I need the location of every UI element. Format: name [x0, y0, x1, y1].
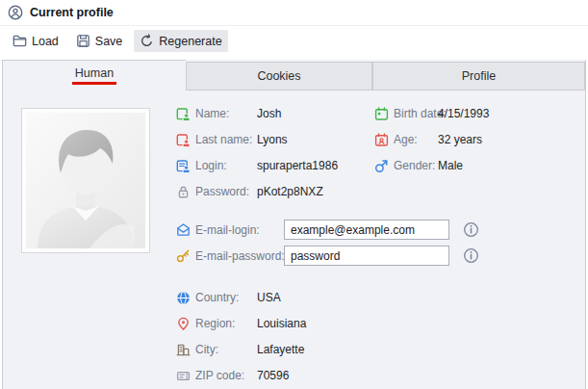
regenerate-button[interactable]: Regenerate: [134, 30, 227, 52]
field-row-birth-date: Birth date: 4/15/1993: [374, 105, 489, 122]
email-login-label: E-mail-login:: [195, 223, 284, 237]
birth-date-label: Birth date:: [394, 107, 438, 120]
gender-label: Gender:: [394, 159, 438, 172]
avatar: [21, 108, 150, 253]
email-password-label: E-mail-password:: [195, 249, 284, 263]
birth-date-value: 4/15/1993: [438, 107, 489, 120]
country-label: Country:: [195, 291, 257, 304]
avatar-silhouette-image: [26, 113, 145, 248]
field-row-region: Region: Louisiana: [176, 315, 306, 332]
age-value: 32 years: [438, 133, 482, 146]
zip-label: ZIP code:: [195, 369, 257, 382]
folder-icon: [13, 34, 27, 48]
field-row-city: City: Lafayette: [176, 341, 304, 358]
password-label: Password:: [195, 185, 257, 198]
regenerate-button-label: Regenerate: [159, 35, 221, 48]
map-pin-icon: [176, 317, 191, 331]
save-button-label: Save: [95, 35, 123, 48]
field-row-name: Name: Josh: [176, 105, 281, 122]
id-card-blue-icon: [176, 159, 191, 173]
load-button-label: Load: [32, 35, 59, 48]
region-value: Louisiana: [257, 317, 306, 330]
field-row-login: Login: spuraperta1986: [176, 157, 338, 174]
field-row-age: Age: 32 years: [374, 131, 482, 148]
field-row-last-name: Last name: Lyons: [176, 131, 288, 148]
email-password-info-icon[interactable]: [463, 247, 479, 264]
envelope-open-icon: [176, 222, 191, 237]
gender-value: Male: [438, 159, 463, 172]
name-value: Josh: [257, 107, 281, 120]
login-label: Login:: [195, 159, 257, 172]
password-value: pKot2p8NXZ: [257, 185, 323, 198]
email-password-input[interactable]: [284, 246, 449, 266]
zip-value: 70596: [257, 369, 289, 382]
email-login-info-icon[interactable]: [463, 221, 479, 238]
calendar-person-icon: [374, 133, 389, 147]
male-icon: [374, 159, 389, 173]
page-title: Current profile: [30, 6, 114, 19]
field-row-gender: Gender: Male: [374, 157, 463, 174]
field-row-password: Password: pKot2p8NXZ: [176, 183, 323, 200]
country-value: USA: [257, 291, 281, 304]
region-label: Region:: [195, 317, 257, 330]
last-name-value: Lyons: [257, 133, 288, 146]
login-value: spuraperta1986: [257, 159, 338, 172]
load-button[interactable]: Load: [7, 30, 64, 52]
globe-icon: [176, 291, 191, 305]
lock-icon: [176, 185, 191, 199]
window-header: Current profile: [0, 0, 588, 26]
user-circle-icon: [8, 5, 23, 20]
key-icon: [176, 248, 191, 263]
human-tab-content: Name: Josh Last name: Lyons: [3, 60, 585, 389]
field-row-zip: ZIP code: 70596: [176, 367, 289, 384]
save-icon: [76, 34, 90, 48]
id-card-red-icon: [176, 133, 191, 147]
buildings-icon: [176, 343, 191, 357]
toolbar: Load Save Regenerate: [0, 26, 588, 56]
email-login-input[interactable]: [284, 220, 449, 240]
save-button[interactable]: Save: [70, 30, 129, 52]
city-label: City:: [195, 343, 257, 356]
city-value: Lafayette: [257, 343, 304, 356]
name-label: Name:: [195, 107, 257, 120]
id-card-green-icon: [176, 107, 191, 121]
field-row-email-password: E-mail-password:: [176, 246, 449, 266]
last-name-label: Last name:: [195, 133, 257, 146]
field-row-email-login: E-mail-login:: [176, 220, 449, 240]
human-tab-panel: Human Cookies Profile: [2, 60, 586, 389]
field-row-country: Country: USA: [176, 289, 281, 306]
refresh-icon: [140, 34, 154, 48]
calendar-icon: [374, 107, 389, 121]
age-label: Age:: [394, 133, 438, 146]
zip-code-icon: [176, 369, 191, 383]
